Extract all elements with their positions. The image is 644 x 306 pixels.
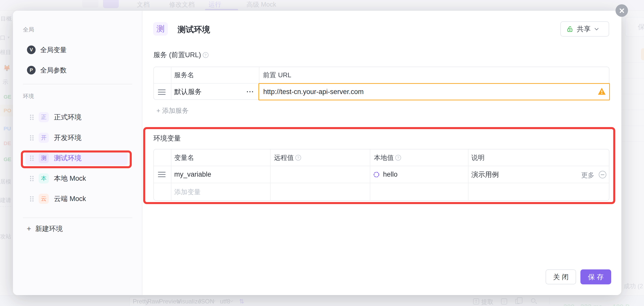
- add-variable-input[interactable]: 添加变量: [174, 183, 201, 201]
- drag-handle-icon[interactable]: [158, 89, 166, 90]
- drag-handle-icon[interactable]: [30, 156, 31, 157]
- sidebar-divider: [23, 218, 132, 218]
- local-value-cell[interactable]: hello: [373, 166, 398, 183]
- col-header-remote-value: 远程值 ?: [274, 149, 301, 166]
- local-value-text: hello: [383, 171, 398, 178]
- dialog-close-button[interactable]: [616, 4, 628, 17]
- remove-row-icon[interactable]: [599, 171, 606, 178]
- remote-value-label: 远程值: [274, 153, 294, 162]
- environments-section-label: 环境: [23, 93, 34, 100]
- env-label: 正式环境: [54, 113, 81, 122]
- new-environment-button[interactable]: + 新建环境: [27, 224, 63, 234]
- env-badge: 正: [39, 112, 49, 122]
- share-button[interactable]: 共享: [560, 21, 609, 37]
- save-button[interactable]: 保 存: [580, 269, 611, 284]
- sidebar-env-development[interactable]: 开 开发环境: [25, 131, 128, 145]
- column-divider: [370, 149, 370, 200]
- unlock-icon: [566, 26, 573, 33]
- drag-handle-icon[interactable]: [30, 115, 31, 116]
- env-vars-label: 环境变量: [153, 134, 181, 143]
- plus-icon: +: [27, 224, 31, 233]
- env-badge: 开: [39, 133, 49, 143]
- environment-title-badge: 测: [153, 22, 168, 36]
- env-label: 云端 Mock: [54, 194, 86, 203]
- env-badge: 测: [39, 153, 49, 163]
- sidebar-env-testing[interactable]: 测 测试环境: [25, 151, 128, 165]
- description-cell[interactable]: 演示用例: [471, 166, 499, 183]
- warning-icon[interactable]: [597, 87, 606, 96]
- chevron-down-icon: [595, 26, 599, 30]
- environment-settings-dialog: 全局 V 全局变量 P 全局参数 环境 正 正式环境 开 开发环境 测 测试环境: [13, 11, 621, 295]
- sidebar-divider: [23, 84, 132, 84]
- sidebar-env-local-mock[interactable]: 本 本地 Mock: [25, 171, 128, 186]
- sidebar-item-label: 全局参数: [40, 66, 67, 75]
- col-header-base-url: 前置 URL: [263, 67, 291, 83]
- variable-name-cell[interactable]: my_variable: [174, 166, 211, 183]
- col-header-service-name: 服务名: [174, 67, 194, 83]
- more-button[interactable]: 更多: [581, 171, 594, 180]
- new-environment-label: 新建环境: [35, 224, 63, 233]
- service-section-title: 服务 (前置URL) ?: [153, 50, 209, 59]
- drag-handle-icon[interactable]: [30, 176, 31, 177]
- add-service-button[interactable]: + 添加服务: [156, 106, 188, 115]
- row-divider: [154, 183, 609, 183]
- sidebar-item-global-params[interactable]: P 全局参数: [27, 65, 67, 75]
- env-vars-section-title: 环境变量: [153, 134, 181, 143]
- env-label: 开发环境: [54, 133, 81, 142]
- sidebar-env-cloud-mock[interactable]: 云 云端 Mock: [25, 192, 128, 206]
- sidebar-env-production[interactable]: 正 正式环境: [25, 110, 128, 124]
- more-actions-icon[interactable]: ···: [246, 88, 254, 96]
- service-section-label: 服务 (前置URL): [153, 50, 201, 59]
- drag-handle-icon[interactable]: [30, 135, 31, 136]
- col-header-description: 说明: [471, 149, 485, 166]
- help-icon[interactable]: ?: [395, 155, 401, 161]
- env-label: 测试环境: [54, 154, 81, 163]
- column-divider: [270, 149, 271, 200]
- env-badge: 本: [39, 173, 49, 183]
- env-label: 本地 Mock: [54, 174, 86, 183]
- dynamic-value-icon: [373, 171, 380, 178]
- column-divider: [171, 149, 171, 200]
- close-button[interactable]: 关 闭: [546, 269, 576, 284]
- col-header-local-value: 本地值 ?: [374, 149, 401, 166]
- global-param-icon: P: [27, 66, 36, 74]
- share-label: 共享: [577, 24, 591, 34]
- col-header-variable-name: 变量名: [174, 149, 194, 166]
- local-value-label: 本地值: [374, 153, 394, 162]
- global-section-label: 全局: [23, 26, 34, 34]
- column-divider: [468, 149, 469, 200]
- page-title: 测试环境: [178, 24, 210, 35]
- base-url-value: http://test-cn.your-api-server.com: [263, 88, 364, 96]
- drag-handle-icon[interactable]: [158, 172, 166, 173]
- service-name-cell[interactable]: 默认服务: [174, 84, 202, 100]
- sidebar-item-global-variables[interactable]: V 全局变量: [27, 45, 67, 55]
- help-icon[interactable]: ?: [203, 52, 209, 58]
- help-icon[interactable]: ?: [295, 155, 301, 161]
- env-badge: 云: [39, 194, 49, 204]
- env-vars-table: 变量名 远程值 ? 本地值 ? 说明 my_variable hello 演示用…: [153, 149, 609, 201]
- drag-handle-icon[interactable]: [30, 196, 31, 197]
- environment-dialog-sidebar: 全局 V 全局变量 P 全局参数 环境 正 正式环境 开 开发环境 测 测试环境: [13, 11, 142, 295]
- base-url-input[interactable]: http://test-cn.your-api-server.com: [258, 83, 610, 100]
- service-table: 服务名 前置 URL 默认服务 ··· http://test-cn.your-…: [153, 67, 609, 100]
- global-variable-icon: V: [27, 45, 36, 54]
- sidebar-item-label: 全局变量: [40, 45, 67, 54]
